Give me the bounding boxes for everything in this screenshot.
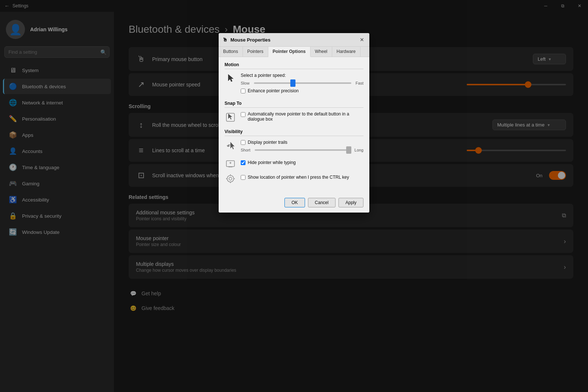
slow-label: Slow	[241, 81, 250, 85]
visibility-section-title: Visibility	[225, 129, 363, 136]
motion-section: Motion Select a pointer speed: Slow	[225, 62, 363, 96]
hide-pointer-label-row: Hide pointer while typing	[241, 160, 363, 165]
modal-title: Mouse Properties	[230, 37, 270, 43]
auto-move-checkbox[interactable]	[241, 112, 245, 117]
apply-button[interactable]: Apply	[338, 198, 363, 207]
modal-mouse-icon: 🖱	[222, 37, 227, 43]
hide-pointer-checkbox[interactable]	[241, 160, 245, 165]
display-trails-checkbox[interactable]	[241, 140, 245, 145]
enhance-precision-checkbox[interactable]	[241, 89, 245, 93]
svg-point-2	[227, 175, 234, 182]
trails-long-label: Long	[355, 148, 363, 152]
auto-move-label[interactable]: Automatically move pointer to the defaul…	[241, 111, 363, 122]
show-location-label-row: Show location of pointer when I press th…	[241, 175, 363, 180]
visibility-section: Visibility Display pointer trai	[225, 129, 363, 185]
pointer-trails-track[interactable]	[255, 149, 350, 151]
snapto-icon	[225, 111, 236, 123]
snapto-controls: Automatically move pointer to the defaul…	[241, 111, 363, 125]
tab-pointer-options[interactable]: Pointer Options	[268, 47, 311, 57]
motion-pointer-icon	[225, 73, 236, 85]
speed-slider-row: Slow Fast	[241, 81, 363, 85]
motion-content: Select a pointer speed: Slow Fast Enha	[225, 73, 363, 96]
fast-label: Fast	[356, 81, 363, 85]
show-location-controls: Show location of pointer when I press th…	[241, 175, 363, 183]
trails-icon	[225, 140, 236, 152]
pointer-speed-slider-track[interactable]	[254, 82, 351, 84]
hide-pointer-label[interactable]: Hide pointer while typing	[241, 160, 296, 165]
hide-pointer-row: Hide pointer while typing	[225, 158, 363, 170]
trails-short-label: Short	[241, 148, 250, 152]
mouse-properties-dialog: 🖱 Mouse Properties ✕ Buttons Pointers Po…	[219, 33, 369, 213]
snapto-section: Snap To Automatically move pointer to th…	[225, 101, 363, 125]
select-pointer-speed-label: Select a pointer speed:	[241, 73, 363, 78]
tab-buttons[interactable]: Buttons	[219, 47, 243, 57]
display-trails-row: Display pointer trails	[241, 140, 363, 145]
auto-move-text: Automatically move pointer to the defaul…	[248, 111, 363, 122]
show-location-row: Show location of pointer when I press th…	[225, 173, 363, 185]
hide-pointer-icon	[225, 158, 236, 170]
hide-pointer-controls: Hide pointer while typing	[241, 160, 363, 168]
modal-footer: OK Cancel Apply	[219, 194, 369, 213]
modal-title-bar: 🖱 Mouse Properties ✕	[219, 33, 369, 47]
show-location-text: Show location of pointer when I press th…	[248, 175, 349, 180]
show-location-checkbox[interactable]	[241, 175, 245, 180]
enhance-precision-row: Enhance pointer precision	[241, 88, 363, 93]
modal-body: Motion Select a pointer speed: Slow	[219, 57, 369, 194]
modal-tabs: Buttons Pointers Pointer Options Wheel H…	[219, 47, 369, 57]
display-trails-label[interactable]: Display pointer trails	[241, 140, 287, 145]
trails-controls: Display pointer trails Short Long	[241, 140, 363, 155]
motion-section-title: Motion	[225, 62, 363, 69]
tab-hardware[interactable]: Hardware	[332, 47, 361, 57]
tab-wheel[interactable]: Wheel	[311, 47, 332, 57]
enhance-precision-text: Enhance pointer precision	[248, 88, 299, 93]
motion-controls: Select a pointer speed: Slow Fast Enha	[241, 73, 363, 96]
pointer-speed-slider-thumb[interactable]	[290, 79, 295, 87]
modal-title-left: 🖱 Mouse Properties	[222, 37, 270, 43]
auto-move-row: Automatically move pointer to the defaul…	[241, 111, 363, 122]
display-trails-text: Display pointer trails	[248, 140, 287, 145]
trails-row: Display pointer trails Short Long	[225, 140, 363, 155]
show-location-label[interactable]: Show location of pointer when I press th…	[241, 175, 349, 180]
snapto-section-title: Snap To	[225, 101, 363, 108]
hide-pointer-text: Hide pointer while typing	[248, 160, 296, 165]
modal-overlay: 🖱 Mouse Properties ✕ Buttons Pointers Po…	[0, 0, 588, 392]
enhance-precision-label[interactable]: Enhance pointer precision	[241, 88, 299, 93]
ok-button[interactable]: OK	[284, 198, 305, 207]
modal-close-button[interactable]: ✕	[358, 35, 366, 44]
tab-pointers[interactable]: Pointers	[243, 47, 268, 57]
svg-point-3	[229, 177, 232, 180]
show-location-icon	[225, 173, 236, 185]
cancel-button[interactable]: Cancel	[308, 198, 336, 207]
snapto-content: Automatically move pointer to the defaul…	[225, 111, 363, 125]
trails-slider-row: Short Long	[241, 148, 363, 152]
pointer-trails-thumb[interactable]	[346, 146, 351, 154]
